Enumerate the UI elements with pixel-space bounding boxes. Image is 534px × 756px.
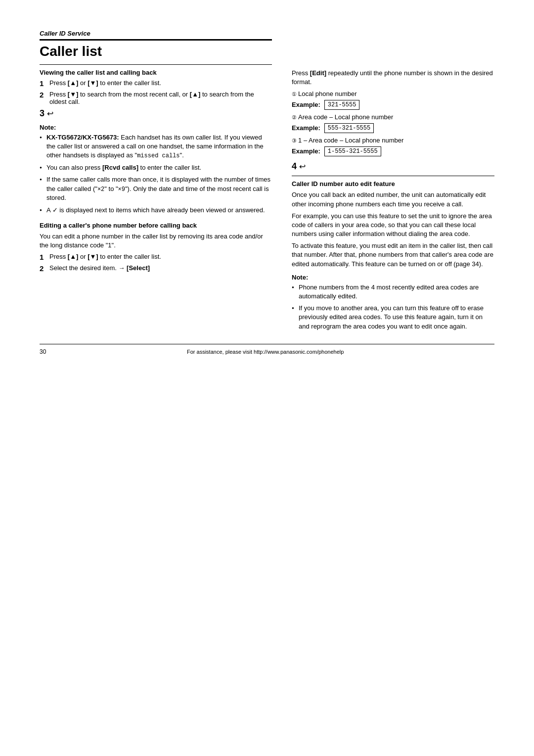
step-4-icon: ↩: [299, 162, 306, 171]
footer: 30 For assistance, please visit http://w…: [40, 348, 494, 355]
right-col-rule: [292, 176, 494, 176]
example-2-label: Example:: [292, 124, 320, 133]
page-number: 30: [40, 348, 46, 355]
step-3-number: 3: [40, 108, 47, 118]
step-4-number: 4: [292, 161, 299, 171]
step-2-text: Press [▼] to search from the most recent…: [49, 91, 272, 105]
auto-desc-1: Once you call back an edited number, the…: [292, 190, 494, 208]
footer-text: For assistance, please visit http://www.…: [187, 349, 344, 355]
auto-desc-2: For example, you can use this feature to…: [292, 212, 494, 239]
note-bullets: KX-TG5672/KX-TG5673: Each handset has it…: [40, 133, 272, 215]
edit-step-2: 2 Select the desired item. → [Select]: [40, 264, 272, 273]
example-1: Example: 321-5555: [292, 100, 494, 110]
bullet-rcvd-calls: You can also press [Rcvd calls] to enter…: [40, 163, 272, 172]
viewing-heading: Viewing the caller list and calling back: [40, 69, 272, 76]
editing-desc: You can edit a phone number in the calle…: [40, 232, 272, 250]
title-rule: [40, 39, 272, 41]
step-3-desc: Press [Edit] repeatedly until the phone …: [292, 69, 494, 87]
bullet-kx-tg: KX-TG5672/KX-TG5673: Each handset has it…: [40, 133, 272, 160]
section-rule: [40, 64, 272, 65]
sub-item-3: ③ 1 – Area code – Local phone number Exa…: [292, 136, 494, 156]
right-bullet-2: If you move to another area, you can tur…: [292, 304, 494, 331]
right-note-label: Note:: [292, 274, 494, 281]
step-3-right: Press [Edit] repeatedly until the phone …: [292, 69, 494, 156]
edit-step-2-number: 2: [40, 264, 46, 273]
step-3-icon: ↩: [47, 109, 53, 118]
example-3: Example: 1-555-321-5555: [292, 146, 494, 157]
right-note-bullets: Phone numbers from the 4 most recently e…: [292, 283, 494, 331]
example-2: Example: 555-321-5555: [292, 123, 494, 134]
circle-3: ③: [292, 138, 298, 143]
missed-calls-code: missed calls: [137, 152, 179, 159]
step-4-right: 4 ↩: [292, 161, 494, 172]
left-column: Viewing the caller list and calling back…: [40, 69, 272, 276]
auto-desc-3: To activate this feature, you must edit …: [292, 241, 494, 269]
example-1-value: 321-5555: [324, 100, 360, 110]
note-label: Note:: [40, 124, 272, 131]
example-1-label: Example:: [292, 100, 320, 109]
example-3-label: Example:: [292, 147, 320, 156]
step-1-text: Press [▲] or [▼] to enter the caller lis…: [49, 79, 161, 87]
example-3-value: 1-555-321-5555: [324, 146, 381, 157]
step-2-number: 2: [40, 91, 46, 99]
edit-step-1-number: 1: [40, 253, 46, 261]
editing-heading: Editing a caller's phone number before c…: [40, 222, 272, 229]
caller-id-auto-heading: Caller ID number auto edit feature: [292, 180, 494, 188]
two-column-layout: Viewing the caller list and calling back…: [40, 69, 494, 334]
footer-rule: [40, 344, 494, 344]
edit-step-1-text: Press [▲] or [▼] to enter the caller lis…: [49, 253, 161, 260]
bullet-checkmark: A ✓ is displayed next to items which hav…: [40, 206, 272, 215]
caller-id-service-label: Caller ID Service: [40, 30, 494, 37]
edit-step-1: 1 Press [▲] or [▼] to enter the caller l…: [40, 253, 272, 261]
page-title: Caller list: [40, 44, 494, 59]
right-column: Press [Edit] repeatedly until the phone …: [292, 69, 494, 334]
step-3-left: 3 ↩: [40, 108, 272, 119]
right-bullet-1: Phone numbers from the 4 most recently e…: [292, 283, 494, 301]
sub-item-2: ② Area code – Local phone number Example…: [292, 113, 494, 133]
step-2: 2 Press [▼] to search from the most rece…: [40, 91, 272, 105]
bullet-same-caller: If the same caller calls more than once,…: [40, 175, 272, 202]
edit-step-2-text: Select the desired item. → [Select]: [49, 264, 150, 272]
step-1: 1 Press [▲] or [▼] to enter the caller l…: [40, 79, 272, 88]
example-2-value: 555-321-5555: [324, 123, 374, 134]
circle-2: ②: [292, 114, 298, 120]
editing-section: Editing a caller's phone number before c…: [40, 222, 272, 273]
step-1-number: 1: [40, 79, 46, 88]
sub-item-1: ① Local phone number Example: 321-5555: [292, 90, 494, 110]
circle-1: ①: [292, 91, 298, 97]
